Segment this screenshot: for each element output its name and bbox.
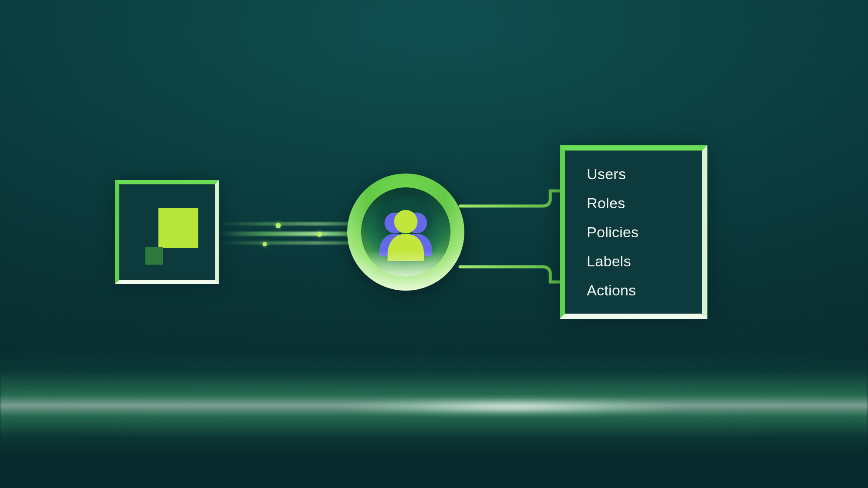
squares-icon-secondary xyxy=(145,247,163,265)
list-item-users: Users xyxy=(587,166,694,183)
list-item-labels: Labels xyxy=(587,253,694,270)
users-group-icon xyxy=(373,203,438,264)
hub-inner xyxy=(361,187,450,277)
list-item-roles: Roles xyxy=(587,195,694,212)
connector-left xyxy=(219,217,358,252)
list-item-policies: Policies xyxy=(587,224,694,241)
diagram-stage: Users Roles Policies Labels Actions xyxy=(0,0,868,488)
hub-node xyxy=(347,174,464,291)
list-item-actions: Actions xyxy=(587,282,694,299)
floor-light-streak xyxy=(0,349,868,458)
output-list-panel: Users Roles Policies Labels Actions xyxy=(560,145,707,319)
source-node xyxy=(115,180,219,284)
svg-point-2 xyxy=(394,210,418,233)
squares-icon xyxy=(158,208,198,248)
